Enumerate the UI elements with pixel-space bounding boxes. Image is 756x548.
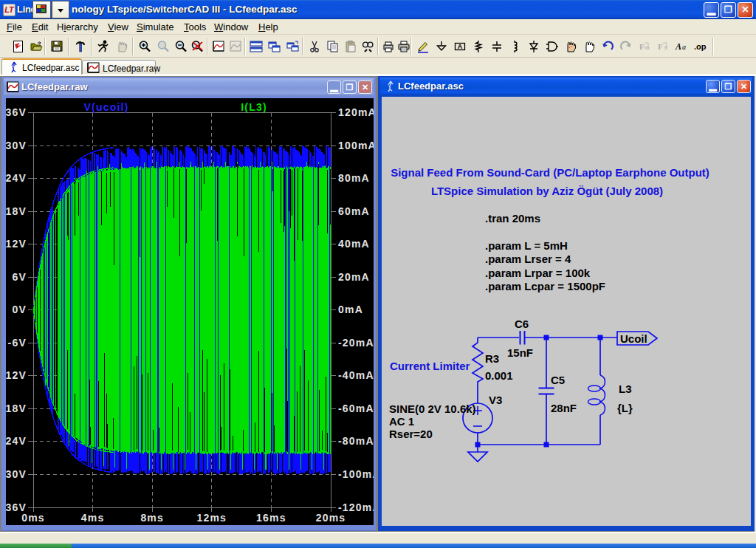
svg-text:A: A xyxy=(458,43,463,50)
svg-text:I(L3): I(L3) xyxy=(241,101,267,113)
svg-text:.op: .op xyxy=(694,42,707,51)
svg-text:.param Lrser = 4: .param Lrser = 4 xyxy=(485,253,571,265)
svg-text:16ms: 16ms xyxy=(256,512,286,524)
svg-text:8ms: 8ms xyxy=(140,512,164,524)
svg-text:-100mA: -100mA xyxy=(338,468,374,480)
svg-text:.param L = 5mH: .param L = 5mH xyxy=(485,239,568,252)
svg-text:4ms: 4ms xyxy=(81,512,105,524)
svg-text:SINE(0 2V 10.6k): SINE(0 2V 10.6k) xyxy=(389,403,476,415)
svg-text:-12V: -12V xyxy=(6,369,27,381)
svg-text:m: m xyxy=(645,44,650,51)
svg-text:30V: 30V xyxy=(6,140,27,151)
svg-text:L3: L3 xyxy=(619,383,632,395)
svg-text:R3: R3 xyxy=(485,352,499,365)
svg-text:a: a xyxy=(682,43,686,51)
svg-text:.tran 20ms: .tran 20ms xyxy=(485,212,540,225)
svg-text:-80mA: -80mA xyxy=(338,435,374,447)
svg-text:0.001: 0.001 xyxy=(485,369,513,382)
svg-text:V(ucoil): V(ucoil) xyxy=(84,101,129,113)
svg-text:12ms: 12ms xyxy=(196,512,227,524)
svg-text:F: F xyxy=(639,42,645,51)
svg-text:0ms: 0ms xyxy=(21,512,45,524)
svg-text:-18V: -18V xyxy=(6,403,27,414)
svg-text:.param Lrpar = 100k: .param Lrpar = 100k xyxy=(485,267,591,279)
svg-text:V3: V3 xyxy=(489,394,502,406)
svg-text:24V: 24V xyxy=(6,172,27,184)
svg-text:80mA: 80mA xyxy=(338,172,370,184)
svg-text:28nF: 28nF xyxy=(551,402,577,414)
svg-text:A: A xyxy=(675,41,681,52)
svg-text:Ucoil: Ucoil xyxy=(620,332,647,345)
svg-text:0mA: 0mA xyxy=(338,304,363,315)
svg-text:15nF: 15nF xyxy=(507,346,533,359)
svg-text:40mA: 40mA xyxy=(338,238,370,250)
svg-text:AC 1: AC 1 xyxy=(389,415,414,428)
svg-text:-40mA: -40mA xyxy=(338,369,374,381)
svg-text:.param Lcpar = 1500pF: .param Lcpar = 1500pF xyxy=(485,280,605,292)
svg-text:60mA: 60mA xyxy=(338,205,370,217)
svg-text:Signal Feed From Sound-Card (P: Signal Feed From Sound-Card (PC/Laptop E… xyxy=(391,166,709,179)
svg-text:100mA: 100mA xyxy=(338,140,374,151)
svg-text:-24V: -24V xyxy=(6,435,27,447)
svg-text:20ms: 20ms xyxy=(316,512,346,524)
svg-text:0V: 0V xyxy=(12,304,27,315)
svg-text:12V: 12V xyxy=(6,238,27,250)
svg-text:20mA: 20mA xyxy=(338,271,370,283)
svg-text:-6V: -6V xyxy=(8,337,27,349)
svg-text:F: F xyxy=(658,42,663,51)
svg-text:6V: 6V xyxy=(12,271,27,283)
svg-text:Rser=20: Rser=20 xyxy=(389,428,433,440)
svg-text:{L}: {L} xyxy=(617,402,633,414)
svg-text:120mA: 120mA xyxy=(338,106,374,118)
svg-text:-20mA: -20mA xyxy=(338,337,374,349)
svg-text:C5: C5 xyxy=(551,374,565,386)
svg-text:-30V: -30V xyxy=(6,468,27,480)
svg-text:18V: 18V xyxy=(6,205,27,217)
svg-text:-60mA: -60mA xyxy=(338,403,374,414)
svg-text:36V: 36V xyxy=(6,106,27,118)
svg-text:C6: C6 xyxy=(515,318,529,330)
svg-text:LTSpice Simulation by Aziz Ögü: LTSpice Simulation by Aziz Ögüt (July 20… xyxy=(431,185,663,197)
svg-text:Current Limiter: Current Limiter xyxy=(390,360,470,372)
